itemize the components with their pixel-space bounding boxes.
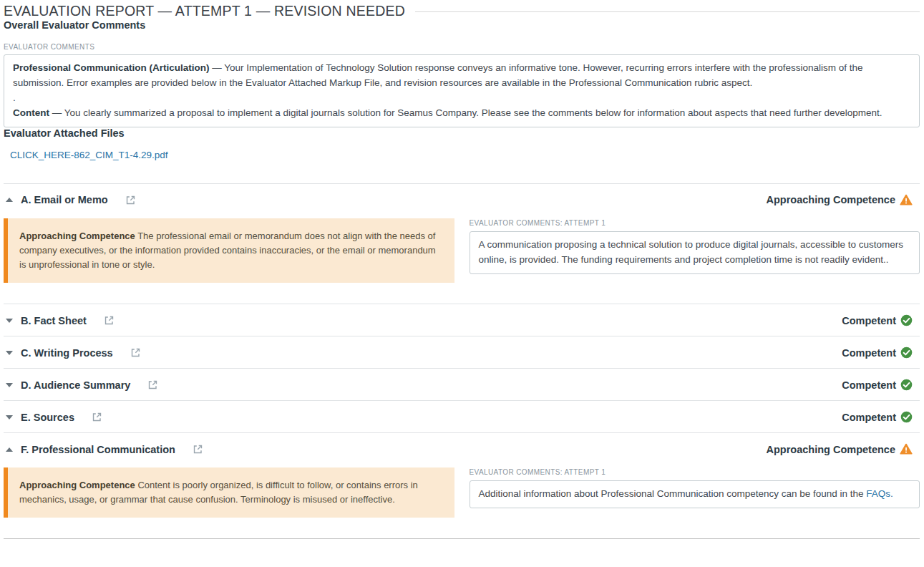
expand-caret-icon[interactable] <box>6 383 13 387</box>
section-title: F. Professional Communication <box>21 444 175 455</box>
section-title: E. Sources <box>21 412 74 423</box>
check-circle-icon <box>900 379 913 391</box>
status-label: Competent <box>842 412 896 423</box>
attached-file-link[interactable]: CLICK_HERE-862_CIM_T1-4.29.pdf <box>10 150 168 160</box>
section-email-or-memo: A. Email or Memo Approaching Competence … <box>4 183 920 304</box>
status-badge: Competent <box>842 411 913 423</box>
section-title: A. Email or Memo <box>21 194 108 205</box>
status-badge: Approaching Competence <box>767 443 913 455</box>
warning-icon <box>900 194 913 206</box>
overall-comments-box: Professional Communication (Articulation… <box>4 54 920 127</box>
section-f-content: Approaching Competence Content is poorly… <box>4 467 920 538</box>
section-f-comments: EVALUATOR COMMENTS: ATTEMPT 1 Additional… <box>470 467 920 518</box>
collapse-caret-icon[interactable] <box>6 447 13 452</box>
collapse-caret-icon[interactable] <box>6 198 13 202</box>
section-f-header[interactable]: F. Professional Communication Approachin… <box>4 433 920 465</box>
overall-paragraph: Content — You clearly summarized a propo… <box>13 106 910 121</box>
section-e-header[interactable]: E. Sources Competent <box>4 401 920 432</box>
expand-caret-icon[interactable] <box>6 351 13 355</box>
overall-paragraph: Professional Communication (Articulation… <box>13 61 910 91</box>
status-label: Approaching Competence <box>767 444 895 455</box>
section-professional-communication: F. Professional Communication Approachin… <box>4 432 920 538</box>
overall-paragraph: . <box>13 91 910 106</box>
section-b-header[interactable]: B. Fact Sheet Competent <box>4 304 920 336</box>
external-link-icon[interactable] <box>130 347 141 358</box>
status-label: Competent <box>842 347 896 359</box>
section-writing-process: C. Writing Process Competent <box>4 336 920 368</box>
rubric-highlight-box: Approaching Competence The professional … <box>4 218 454 283</box>
attempt-comment-box: A communication proposing a technical so… <box>470 231 920 274</box>
status-label: Competent <box>842 315 896 326</box>
section-title: B. Fact Sheet <box>21 315 87 326</box>
overall-comments-heading: Overall Evaluator Comments <box>4 19 920 31</box>
section-c-header[interactable]: C. Writing Process Competent <box>4 336 920 368</box>
page-title: EVALUATION REPORT — ATTEMPT 1 — REVISION… <box>4 3 405 19</box>
status-badge: Competent <box>842 379 913 391</box>
check-circle-icon <box>900 314 913 326</box>
evaluation-report-page: EVALUATION REPORT — ATTEMPT 1 — REVISION… <box>0 0 924 539</box>
check-circle-icon <box>900 411 913 423</box>
rubric-sections: A. Email or Memo Approaching Competence … <box>4 183 920 540</box>
check-circle-icon <box>900 346 913 359</box>
section-title: C. Writing Process <box>21 347 113 359</box>
faqs-link[interactable]: FAQs. <box>866 488 893 499</box>
status-badge: Approaching Competence <box>767 194 913 206</box>
external-link-icon[interactable] <box>125 195 136 205</box>
attempt-comments-label: EVALUATOR COMMENTS: ATTEMPT 1 <box>470 219 920 227</box>
section-title: D. Audience Summary <box>21 379 130 391</box>
external-link-icon[interactable] <box>104 315 115 326</box>
report-title-row: EVALUATION REPORT — ATTEMPT 1 — REVISION… <box>4 3 920 19</box>
evaluator-comments-label: EVALUATOR COMMENTS <box>4 43 920 51</box>
expand-caret-icon[interactable] <box>6 415 13 420</box>
attempt-comments-label: EVALUATOR COMMENTS: ATTEMPT 1 <box>470 468 920 476</box>
warning-icon <box>900 443 913 455</box>
status-badge: Competent <box>842 346 913 359</box>
external-link-icon[interactable] <box>147 379 158 390</box>
comment-text: Additional information about Professiona… <box>479 488 867 499</box>
status-label: Approaching Competence <box>767 194 895 205</box>
section-audience-summary: D. Audience Summary Competent <box>4 368 920 400</box>
rubric-highlight-box: Approaching Competence Content is poorly… <box>4 467 454 518</box>
section-a-header[interactable]: A. Email or Memo Approaching Competence <box>4 184 920 215</box>
section-d-header[interactable]: D. Audience Summary Competent <box>4 369 920 400</box>
attached-files-heading: Evaluator Attached Files <box>4 127 920 139</box>
external-link-icon[interactable] <box>92 412 102 422</box>
title-rule <box>415 11 920 12</box>
external-link-icon[interactable] <box>193 444 203 455</box>
section-a-content: Approaching Competence The professional … <box>4 218 920 304</box>
section-sources: E. Sources Competent <box>4 400 920 432</box>
status-badge: Competent <box>842 314 913 326</box>
section-a-comments: EVALUATOR COMMENTS: ATTEMPT 1 A communic… <box>470 218 920 283</box>
status-label: Competent <box>842 379 896 391</box>
attempt-comment-box: Additional information about Professiona… <box>470 480 920 508</box>
expand-caret-icon[interactable] <box>6 319 13 323</box>
section-fact-sheet: B. Fact Sheet Competent <box>4 304 920 336</box>
